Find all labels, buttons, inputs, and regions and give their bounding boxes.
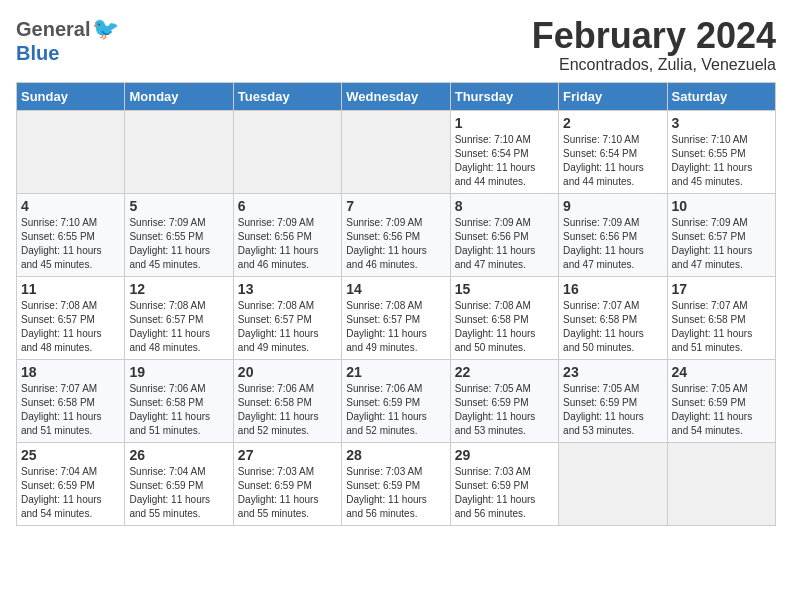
day-info: Sunrise: 7:05 AMSunset: 6:59 PMDaylight:…: [455, 382, 554, 438]
day-info: Sunrise: 7:09 AMSunset: 6:55 PMDaylight:…: [129, 216, 228, 272]
calendar-cell: 25Sunrise: 7:04 AMSunset: 6:59 PMDayligh…: [17, 442, 125, 525]
logo-general-text: General: [16, 18, 90, 41]
calendar-cell: 5Sunrise: 7:09 AMSunset: 6:55 PMDaylight…: [125, 193, 233, 276]
calendar-cell: 21Sunrise: 7:06 AMSunset: 6:59 PMDayligh…: [342, 359, 450, 442]
day-number: 22: [455, 364, 554, 380]
calendar-cell: 14Sunrise: 7:08 AMSunset: 6:57 PMDayligh…: [342, 276, 450, 359]
day-number: 24: [672, 364, 771, 380]
day-number: 11: [21, 281, 120, 297]
day-number: 20: [238, 364, 337, 380]
logo: General 🐦 Blue: [16, 16, 119, 65]
day-info: Sunrise: 7:08 AMSunset: 6:57 PMDaylight:…: [238, 299, 337, 355]
day-info: Sunrise: 7:03 AMSunset: 6:59 PMDaylight:…: [455, 465, 554, 521]
header-day-wednesday: Wednesday: [342, 82, 450, 110]
day-info: Sunrise: 7:09 AMSunset: 6:57 PMDaylight:…: [672, 216, 771, 272]
day-number: 26: [129, 447, 228, 463]
calendar-cell: 8Sunrise: 7:09 AMSunset: 6:56 PMDaylight…: [450, 193, 558, 276]
calendar-week-1: 1Sunrise: 7:10 AMSunset: 6:54 PMDaylight…: [17, 110, 776, 193]
day-info: Sunrise: 7:04 AMSunset: 6:59 PMDaylight:…: [129, 465, 228, 521]
day-info: Sunrise: 7:05 AMSunset: 6:59 PMDaylight:…: [672, 382, 771, 438]
day-info: Sunrise: 7:09 AMSunset: 6:56 PMDaylight:…: [238, 216, 337, 272]
calendar-week-4: 18Sunrise: 7:07 AMSunset: 6:58 PMDayligh…: [17, 359, 776, 442]
day-number: 1: [455, 115, 554, 131]
calendar-cell: [559, 442, 667, 525]
calendar-title: February 2024: [532, 16, 776, 56]
day-info: Sunrise: 7:08 AMSunset: 6:57 PMDaylight:…: [21, 299, 120, 355]
calendar-cell: 26Sunrise: 7:04 AMSunset: 6:59 PMDayligh…: [125, 442, 233, 525]
calendar-week-2: 4Sunrise: 7:10 AMSunset: 6:55 PMDaylight…: [17, 193, 776, 276]
calendar-cell: 27Sunrise: 7:03 AMSunset: 6:59 PMDayligh…: [233, 442, 341, 525]
day-number: 29: [455, 447, 554, 463]
day-info: Sunrise: 7:07 AMSunset: 6:58 PMDaylight:…: [21, 382, 120, 438]
calendar-cell: 7Sunrise: 7:09 AMSunset: 6:56 PMDaylight…: [342, 193, 450, 276]
calendar-cell: 1Sunrise: 7:10 AMSunset: 6:54 PMDaylight…: [450, 110, 558, 193]
day-number: 21: [346, 364, 445, 380]
calendar-cell: 10Sunrise: 7:09 AMSunset: 6:57 PMDayligh…: [667, 193, 775, 276]
day-number: 4: [21, 198, 120, 214]
calendar-cell: 15Sunrise: 7:08 AMSunset: 6:58 PMDayligh…: [450, 276, 558, 359]
header-day-thursday: Thursday: [450, 82, 558, 110]
day-number: 16: [563, 281, 662, 297]
calendar-cell: 17Sunrise: 7:07 AMSunset: 6:58 PMDayligh…: [667, 276, 775, 359]
day-number: 19: [129, 364, 228, 380]
header-day-friday: Friday: [559, 82, 667, 110]
calendar-cell: 28Sunrise: 7:03 AMSunset: 6:59 PMDayligh…: [342, 442, 450, 525]
logo-bird-icon: 🐦: [92, 16, 119, 42]
header-day-tuesday: Tuesday: [233, 82, 341, 110]
day-info: Sunrise: 7:03 AMSunset: 6:59 PMDaylight:…: [238, 465, 337, 521]
calendar-cell: 11Sunrise: 7:08 AMSunset: 6:57 PMDayligh…: [17, 276, 125, 359]
day-info: Sunrise: 7:07 AMSunset: 6:58 PMDaylight:…: [672, 299, 771, 355]
day-info: Sunrise: 7:09 AMSunset: 6:56 PMDaylight:…: [455, 216, 554, 272]
day-number: 13: [238, 281, 337, 297]
day-info: Sunrise: 7:07 AMSunset: 6:58 PMDaylight:…: [563, 299, 662, 355]
day-info: Sunrise: 7:06 AMSunset: 6:58 PMDaylight:…: [129, 382, 228, 438]
calendar-cell: [17, 110, 125, 193]
title-area: February 2024 Encontrados, Zulia, Venezu…: [532, 16, 776, 74]
logo-blue-text: Blue: [16, 42, 59, 65]
calendar-cell: 12Sunrise: 7:08 AMSunset: 6:57 PMDayligh…: [125, 276, 233, 359]
calendar-cell: [233, 110, 341, 193]
day-number: 8: [455, 198, 554, 214]
calendar-subtitle: Encontrados, Zulia, Venezuela: [532, 56, 776, 74]
calendar-cell: 22Sunrise: 7:05 AMSunset: 6:59 PMDayligh…: [450, 359, 558, 442]
calendar-cell: 16Sunrise: 7:07 AMSunset: 6:58 PMDayligh…: [559, 276, 667, 359]
calendar-cell: 18Sunrise: 7:07 AMSunset: 6:58 PMDayligh…: [17, 359, 125, 442]
calendar-cell: 24Sunrise: 7:05 AMSunset: 6:59 PMDayligh…: [667, 359, 775, 442]
calendar-table: SundayMondayTuesdayWednesdayThursdayFrid…: [16, 82, 776, 526]
calendar-cell: 23Sunrise: 7:05 AMSunset: 6:59 PMDayligh…: [559, 359, 667, 442]
calendar-cell: 6Sunrise: 7:09 AMSunset: 6:56 PMDaylight…: [233, 193, 341, 276]
day-number: 5: [129, 198, 228, 214]
calendar-cell: 19Sunrise: 7:06 AMSunset: 6:58 PMDayligh…: [125, 359, 233, 442]
header-day-saturday: Saturday: [667, 82, 775, 110]
day-number: 3: [672, 115, 771, 131]
day-number: 10: [672, 198, 771, 214]
calendar-header-row: SundayMondayTuesdayWednesdayThursdayFrid…: [17, 82, 776, 110]
day-info: Sunrise: 7:03 AMSunset: 6:59 PMDaylight:…: [346, 465, 445, 521]
calendar-cell: [342, 110, 450, 193]
day-number: 23: [563, 364, 662, 380]
day-info: Sunrise: 7:10 AMSunset: 6:54 PMDaylight:…: [455, 133, 554, 189]
day-number: 2: [563, 115, 662, 131]
day-info: Sunrise: 7:10 AMSunset: 6:54 PMDaylight:…: [563, 133, 662, 189]
calendar-cell: [125, 110, 233, 193]
day-info: Sunrise: 7:10 AMSunset: 6:55 PMDaylight:…: [21, 216, 120, 272]
day-number: 25: [21, 447, 120, 463]
calendar-cell: [667, 442, 775, 525]
day-number: 14: [346, 281, 445, 297]
calendar-cell: 13Sunrise: 7:08 AMSunset: 6:57 PMDayligh…: [233, 276, 341, 359]
day-info: Sunrise: 7:08 AMSunset: 6:57 PMDaylight:…: [346, 299, 445, 355]
calendar-cell: 4Sunrise: 7:10 AMSunset: 6:55 PMDaylight…: [17, 193, 125, 276]
calendar-cell: 20Sunrise: 7:06 AMSunset: 6:58 PMDayligh…: [233, 359, 341, 442]
calendar-cell: 3Sunrise: 7:10 AMSunset: 6:55 PMDaylight…: [667, 110, 775, 193]
day-info: Sunrise: 7:06 AMSunset: 6:58 PMDaylight:…: [238, 382, 337, 438]
day-number: 28: [346, 447, 445, 463]
calendar-cell: 9Sunrise: 7:09 AMSunset: 6:56 PMDaylight…: [559, 193, 667, 276]
day-number: 12: [129, 281, 228, 297]
day-number: 17: [672, 281, 771, 297]
calendar-cell: 2Sunrise: 7:10 AMSunset: 6:54 PMDaylight…: [559, 110, 667, 193]
day-info: Sunrise: 7:04 AMSunset: 6:59 PMDaylight:…: [21, 465, 120, 521]
calendar-week-3: 11Sunrise: 7:08 AMSunset: 6:57 PMDayligh…: [17, 276, 776, 359]
day-info: Sunrise: 7:09 AMSunset: 6:56 PMDaylight:…: [563, 216, 662, 272]
day-number: 9: [563, 198, 662, 214]
header-day-monday: Monday: [125, 82, 233, 110]
